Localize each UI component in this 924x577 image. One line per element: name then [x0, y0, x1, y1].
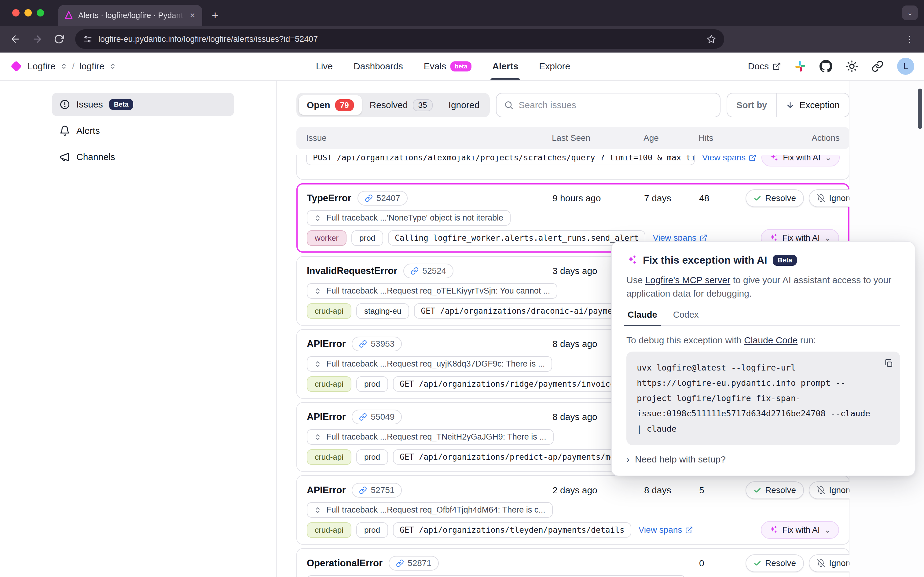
- last-seen-cell: 2 days ago: [552, 485, 644, 495]
- project-switcher-icon[interactable]: [110, 63, 116, 69]
- issue-id-pill[interactable]: 52407: [358, 191, 408, 206]
- issue-id: 53953: [371, 339, 395, 349]
- window-controls[interactable]: [12, 9, 44, 16]
- github-icon[interactable]: [819, 60, 832, 73]
- browser-menu-icon[interactable]: ⋮: [905, 34, 914, 45]
- project-name[interactable]: logfire: [79, 61, 105, 71]
- issue-id-pill[interactable]: 52751: [352, 483, 402, 498]
- traceback-text: Full traceback ...Request req_TNeitH2yGa…: [326, 432, 546, 442]
- fix-with-ai-button[interactable]: Fix with AI ⌄: [761, 155, 840, 166]
- site-settings-icon[interactable]: [83, 34, 92, 44]
- view-spans-label: View spans: [702, 155, 746, 163]
- nav-explore[interactable]: Explore: [539, 53, 570, 80]
- issue-id-pill[interactable]: 52524: [403, 264, 453, 278]
- sort-control[interactable]: Sort by Exception: [727, 93, 850, 117]
- filter-open[interactable]: Open 79: [299, 95, 362, 115]
- sparkles-icon: [769, 155, 779, 162]
- scrollbar-thumb[interactable]: [918, 89, 922, 129]
- traceback-pill[interactable]: Full traceback ...'NoneType' object is n…: [307, 210, 511, 226]
- nav-evals[interactable]: Evalsbeta: [424, 53, 471, 80]
- reload-icon[interactable]: [54, 34, 64, 44]
- tag-env: prod: [356, 376, 388, 392]
- traceback-pill[interactable]: Full traceback ...Request req_oTELKiyyrT…: [307, 283, 557, 299]
- fix-with-ai-button[interactable]: Fix with AI ⌄: [761, 521, 839, 539]
- nav-dashboards[interactable]: Dashboards: [353, 53, 403, 80]
- nav-live[interactable]: Live: [316, 53, 333, 80]
- new-tab-button[interactable]: +: [206, 6, 224, 24]
- sidebar-item-issues[interactable]: Issues Beta: [52, 93, 234, 116]
- tab-close-icon[interactable]: ×: [189, 10, 196, 20]
- issue-id-pill[interactable]: 53953: [352, 337, 402, 351]
- expand-updown-icon: [314, 214, 321, 222]
- resolve-button[interactable]: Resolve: [745, 554, 804, 572]
- top-nav: Live Dashboards Evalsbeta Alerts Explore: [316, 53, 570, 80]
- sidebar-issues-label: Issues: [76, 99, 103, 110]
- command-code-block[interactable]: uvx logfire@latest --logfire-url https:/…: [626, 351, 900, 445]
- browser-tab[interactable]: Alerts · logfire/logfire · Pydant ×: [58, 5, 202, 26]
- tag-env: prod: [356, 522, 388, 538]
- sort-value-button[interactable]: Exception: [777, 93, 849, 117]
- resolve-button[interactable]: Resolve: [745, 189, 804, 207]
- traceback-pill[interactable]: [307, 575, 686, 577]
- resolve-button[interactable]: Resolve: [745, 481, 804, 499]
- nav-alerts[interactable]: Alerts: [492, 53, 518, 80]
- filter-resolved[interactable]: Resolved 35: [362, 95, 440, 115]
- claude-code-link[interactable]: Claude Code: [744, 335, 798, 345]
- search-input[interactable]: [519, 100, 713, 110]
- traceback-pill[interactable]: Full traceback ...Request req_Ofbf4Tjqh4…: [307, 502, 553, 518]
- issue-id-pill[interactable]: 55049: [352, 409, 402, 424]
- open-count-badge: 79: [335, 99, 354, 111]
- need-help-toggle[interactable]: › Need help with setup?: [626, 454, 900, 464]
- sparkles-icon: [769, 525, 778, 535]
- span-code[interactable]: GET /api/organizations/tleyden/payments/…: [393, 522, 631, 538]
- bell-icon: [59, 125, 70, 136]
- traceback-text: Full traceback ...'NoneType' object is n…: [326, 213, 503, 223]
- tab-search-button[interactable]: ⌄: [902, 5, 918, 20]
- external-link-icon: [772, 62, 781, 71]
- table-row-apierror-52751[interactable]: APIError 52751 2 days ago 8 days 5 Resol…: [297, 475, 850, 545]
- slack-icon[interactable]: [795, 60, 806, 72]
- table-row-operationalerror[interactable]: OperationalError 52871 0 Resolve: [297, 548, 850, 577]
- run-prefix: To debug this exception with: [626, 335, 744, 345]
- issue-title: OperationalError: [307, 558, 382, 569]
- window-minimize-button[interactable]: [24, 9, 32, 16]
- mcp-server-link[interactable]: Logfire's MCP server: [645, 275, 730, 285]
- tag-worker: worker: [307, 230, 347, 246]
- page-content: Issues Beta Alerts Channels Open 79 Reso…: [0, 81, 924, 577]
- view-spans-link[interactable]: View spans: [639, 525, 693, 535]
- org-name[interactable]: Logfire: [27, 61, 56, 71]
- external-link-icon: [685, 526, 693, 534]
- col-actions: Actions: [745, 133, 840, 143]
- view-spans-link[interactable]: View spans: [702, 155, 757, 163]
- forward-icon[interactable]: [32, 34, 43, 45]
- traceback-pill[interactable]: Full traceback ...Request req_uyjK8dq37D…: [307, 356, 552, 372]
- issue-id-pill[interactable]: 52871: [389, 556, 439, 571]
- org-switcher-icon[interactable]: [61, 63, 67, 69]
- tab-codex[interactable]: Codex: [672, 310, 700, 325]
- back-icon[interactable]: [10, 34, 21, 45]
- docs-link[interactable]: Docs: [748, 61, 781, 71]
- theme-sun-icon[interactable]: [846, 60, 858, 73]
- address-bar[interactable]: logfire-eu.pydantic.info/logfire/logfire…: [75, 29, 724, 49]
- share-link-icon[interactable]: [871, 60, 884, 73]
- table-row-clipped[interactable]: POST /api/organizations/alexmojaki/proje…: [297, 155, 850, 180]
- span-code[interactable]: GET /api/organizations/predict-ap/paymen…: [393, 449, 646, 464]
- filter-ignored[interactable]: Ignored: [440, 95, 488, 115]
- hits-cell: 0: [699, 558, 745, 569]
- span-code[interactable]: POST /api/organizations/alexmojaki/proje…: [306, 155, 695, 165]
- span-code[interactable]: Calling logfire_worker.alerts.alert_runs…: [388, 230, 645, 246]
- search-issues-box[interactable]: [496, 93, 721, 117]
- window-zoom-button[interactable]: [37, 9, 44, 16]
- issue-title: APIError: [307, 411, 345, 422]
- sidebar-item-alerts[interactable]: Alerts: [52, 119, 234, 142]
- breadcrumb: Logfire / logfire: [10, 61, 116, 71]
- col-hits: Hits: [698, 133, 745, 143]
- window-close-button[interactable]: [12, 9, 19, 16]
- copy-icon[interactable]: [884, 358, 893, 368]
- user-avatar[interactable]: L: [897, 58, 914, 75]
- bookmark-star-icon[interactable]: [706, 34, 716, 44]
- sidebar-item-channels[interactable]: Channels: [52, 145, 234, 169]
- url-text[interactable]: logfire-eu.pydantic.info/logfire/logfire…: [98, 34, 700, 44]
- traceback-pill[interactable]: Full traceback ...Request req_TNeitH2yGa…: [307, 429, 554, 445]
- tab-claude[interactable]: Claude: [626, 310, 658, 325]
